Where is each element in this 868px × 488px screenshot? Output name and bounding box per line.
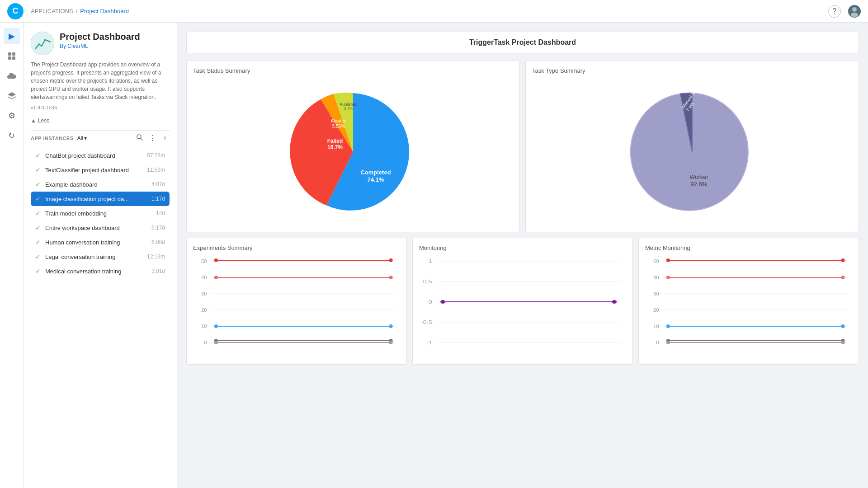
- svg-rect-6: [12, 56, 15, 60]
- instance-check-icon: ✓: [35, 239, 41, 246]
- app-author: By ClearML: [60, 43, 140, 49]
- add-instance-button[interactable]: ＋: [160, 132, 170, 144]
- svg-text:0: 0: [656, 340, 659, 345]
- more-options-button[interactable]: ⋮: [148, 133, 157, 143]
- instance-name: Human conversation training: [45, 239, 147, 246]
- instance-item[interactable]: ✓ Train model embedding 14d: [31, 206, 170, 221]
- svg-point-79: [841, 258, 845, 262]
- help-icon[interactable]: ?: [828, 5, 841, 18]
- svg-point-91: [841, 341, 845, 344]
- svg-point-2: [851, 13, 858, 17]
- svg-point-63: [440, 300, 445, 304]
- instances-list: ✓ ChatBot project dashboard 07:28m ✓ Tex…: [31, 148, 170, 278]
- instance-item[interactable]: ✓ TextClassifier project dashboard 11:59…: [31, 163, 170, 177]
- svg-point-41: [214, 276, 218, 279]
- sidebar-cloud-icon[interactable]: [4, 68, 20, 84]
- less-toggle[interactable]: ▲ Less: [31, 117, 170, 124]
- instance-time: 07:28m: [147, 152, 165, 159]
- svg-text:40: 40: [653, 275, 659, 280]
- left-panel: Project Dashboard By ClearML The Project…: [24, 23, 177, 488]
- app-logo[interactable]: C: [7, 3, 24, 19]
- svg-text:Completed: Completed: [360, 169, 391, 176]
- monitoring-card: Monitoring 1 0.5 0 -0.5 -1: [412, 238, 633, 365]
- monitoring-chart: 1 0.5 0 -0.5 -1: [419, 257, 626, 356]
- svg-text:-0.5: -0.5: [421, 319, 432, 325]
- svg-line-12: [141, 138, 142, 140]
- app-header: Project Dashboard By ClearML: [31, 32, 170, 55]
- instance-item[interactable]: ✓ Medical conversation training 3:01d: [31, 264, 170, 278]
- instances-actions: ⋮ ＋: [135, 132, 170, 144]
- svg-point-64: [612, 300, 617, 304]
- metric-monitoring-card: Metric Monitoring 50 40 30 20 10 0: [638, 238, 859, 365]
- sidebar-grid-icon[interactable]: [4, 48, 20, 64]
- instance-name: Example dashboard: [45, 181, 147, 188]
- svg-text:5.56%: 5.56%: [332, 124, 345, 129]
- top-nav: C APPLICATIONS / Project Dashboard ?: [0, 0, 868, 23]
- svg-text:0.5: 0.5: [423, 279, 432, 285]
- svg-point-45: [389, 324, 393, 328]
- breadcrumb-parent[interactable]: APPLICATIONS: [31, 8, 73, 14]
- left-sidebar: ▶ ⚙ ↻: [0, 23, 24, 488]
- svg-point-44: [214, 324, 218, 328]
- svg-text:Aborted: Aborted: [330, 118, 346, 123]
- svg-text:0: 0: [429, 299, 432, 305]
- experiments-title: Experiments Summary: [193, 244, 400, 251]
- instance-time: 3:01d: [151, 268, 165, 274]
- sidebar-settings-icon[interactable]: ⚙: [4, 108, 20, 124]
- search-button[interactable]: [135, 133, 144, 144]
- svg-text:10: 10: [653, 324, 659, 329]
- instance-item[interactable]: ✓ Image classification project da... 1:1…: [31, 192, 170, 206]
- sidebar-layers-icon[interactable]: [4, 88, 20, 104]
- instance-item[interactable]: ✓ Entire workspace dashboard 6:17d: [31, 221, 170, 235]
- sidebar-play-icon[interactable]: ▶: [4, 28, 20, 44]
- svg-text:3.7%: 3.7%: [344, 107, 354, 111]
- svg-point-9: [44, 39, 46, 41]
- svg-point-50: [214, 341, 218, 344]
- svg-text:30: 30: [653, 291, 659, 296]
- app-info: Project Dashboard By ClearML: [60, 32, 140, 49]
- svg-text:0: 0: [204, 340, 207, 345]
- breadcrumb-current: Project Dashboard: [80, 8, 129, 14]
- instance-check-icon: ✓: [35, 152, 41, 159]
- instance-check-icon: ✓: [35, 267, 41, 275]
- svg-point-78: [666, 258, 670, 262]
- svg-text:40: 40: [201, 275, 207, 280]
- instances-filter-button[interactable]: All ▾: [77, 135, 87, 141]
- svg-point-90: [666, 341, 670, 344]
- svg-text:20: 20: [201, 307, 207, 313]
- user-avatar[interactable]: [848, 5, 861, 18]
- svg-text:-1: -1: [426, 340, 432, 346]
- instance-item[interactable]: ✓ Example dashboard 4:07d: [31, 177, 170, 192]
- svg-point-39: [389, 258, 393, 262]
- svg-point-81: [666, 276, 670, 279]
- instance-time: 11:59m: [147, 167, 165, 173]
- svg-text:Worker: Worker: [689, 174, 708, 180]
- instance-check-icon: ✓: [35, 253, 41, 260]
- svg-text:30: 30: [201, 291, 207, 296]
- instance-name: TextClassifier project dashboard: [45, 167, 142, 174]
- metric-monitoring-chart: 50 40 30 20 10 0: [645, 257, 852, 356]
- svg-point-84: [666, 324, 670, 328]
- app-version: v1.9.0-1534: [31, 105, 170, 110]
- breadcrumb: APPLICATIONS / Project Dashboard: [31, 8, 129, 14]
- sidebar-refresh-icon[interactable]: ↻: [4, 127, 20, 144]
- instance-time: 6:17d: [151, 225, 165, 231]
- instance-time: 1:17d: [151, 196, 165, 202]
- task-status-pie: Completed 74.1% Failed 16.7% Aborted 5.5…: [193, 80, 513, 224]
- instance-name: Entire workspace dashboard: [45, 225, 147, 231]
- instance-name: Legal conversation training: [45, 253, 142, 260]
- svg-text:Failed: Failed: [327, 138, 343, 144]
- instance-item[interactable]: ✓ ChatBot project dashboard 07:28m: [31, 148, 170, 163]
- svg-text:74.1%: 74.1%: [368, 176, 384, 183]
- instance-item[interactable]: ✓ Legal conversation training 12:13m: [31, 249, 170, 264]
- instance-item[interactable]: ✓ Human conversation training 6:08d: [31, 235, 170, 249]
- svg-point-10: [49, 41, 51, 42]
- instance-check-icon: ✓: [35, 166, 41, 174]
- task-type-title: Task Type Summary: [532, 67, 852, 74]
- svg-rect-3: [8, 52, 11, 56]
- charts-row-1: Task Status Summary: [186, 61, 859, 232]
- charts-row-2: Experiments Summary 50 40 30 20 10 0: [186, 238, 859, 365]
- instance-check-icon: ✓: [35, 224, 41, 231]
- instances-header: APP INSTANCES All ▾ ⋮ ＋: [31, 132, 170, 144]
- svg-text:1: 1: [429, 258, 432, 264]
